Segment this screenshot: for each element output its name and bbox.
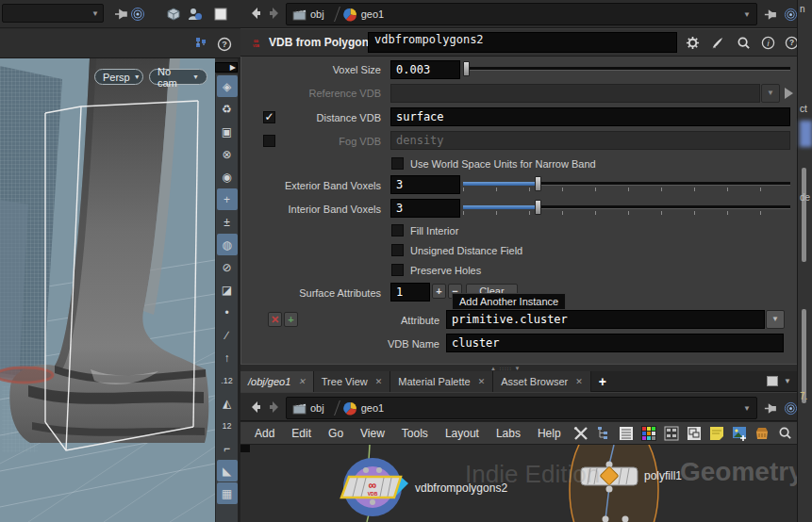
hook-display-icon[interactable]: ◈ xyxy=(217,75,238,97)
node-label-vdbfrompolygons2[interactable]: vdbfrompolygons2 xyxy=(415,481,507,495)
context-dropdown[interactable]: ▼ xyxy=(2,4,104,23)
sticky-note-icon[interactable] xyxy=(709,425,725,441)
forward-arrow-icon[interactable] xyxy=(267,400,282,415)
surface-attribs-count-field[interactable]: 1 xyxy=(390,283,430,302)
help-icon[interactable] xyxy=(215,35,234,54)
reference-vdb-field[interactable] xyxy=(390,84,760,103)
forward-arrow-icon[interactable] xyxy=(267,6,282,21)
camera-binding-pill[interactable]: No cam ▼ xyxy=(149,69,207,85)
headlight-icon[interactable]: ◉ xyxy=(217,166,238,188)
back-arrow-icon[interactable] xyxy=(248,400,263,415)
close-icon[interactable]: ✕ xyxy=(375,377,383,386)
shadows-icon[interactable]: ◍ xyxy=(217,234,238,255)
attribute-dropdown[interactable]: ▼ xyxy=(766,310,785,329)
scrollbar-thumb[interactable] xyxy=(802,168,806,262)
menu-add[interactable]: Add xyxy=(246,427,283,440)
menu-go[interactable]: Go xyxy=(320,427,352,440)
blank-shelf-icon[interactable] xyxy=(211,5,230,24)
world-space-checkbox[interactable]: ✓ xyxy=(391,157,404,170)
chooser-arrow-icon[interactable] xyxy=(785,88,793,99)
unsigned-df-checkbox[interactable]: ✓ xyxy=(391,244,404,256)
close-icon[interactable]: ✕ xyxy=(478,377,486,386)
menu-labs[interactable]: Labs xyxy=(488,427,529,440)
scrollbar-thumb[interactable] xyxy=(802,309,806,403)
list-view-icon[interactable] xyxy=(619,425,635,441)
pane-maximize-icon[interactable] xyxy=(767,376,778,386)
close-icon[interactable]: ✕ xyxy=(575,377,583,386)
info-icon[interactable] xyxy=(759,34,776,51)
group-list-icon[interactable]: ⌐ xyxy=(217,437,238,459)
attribute-field[interactable]: primitive.cluster xyxy=(446,310,765,329)
high-quality-lighting-icon[interactable]: ± xyxy=(217,211,238,233)
chevron-down-icon[interactable]: ▼ xyxy=(743,404,751,413)
tab-asset-browser[interactable]: Asset Browser ✕ xyxy=(493,371,590,392)
color-palette-icon[interactable] xyxy=(641,425,657,441)
brush-icon[interactable] xyxy=(709,34,726,51)
camera-menu-pill[interactable]: Persp ▼ xyxy=(94,69,143,85)
points-display-icon[interactable]: • xyxy=(217,302,238,323)
point-trails-icon[interactable]: ↑ xyxy=(217,347,238,368)
distance-vdb-field[interactable]: surface xyxy=(390,107,790,126)
point-normals-icon[interactable]: ∕ xyxy=(217,324,238,346)
display-options-icon[interactable]: ◣ xyxy=(217,460,238,481)
link-group-icon[interactable] xyxy=(128,5,147,24)
pin-pane-icon[interactable] xyxy=(761,400,778,416)
prim-normals-icon[interactable]: ◭ xyxy=(217,392,238,414)
breadcrumb-obj[interactable]: obj xyxy=(292,8,324,22)
search-icon[interactable] xyxy=(777,425,793,441)
breadcrumb-obj[interactable]: obj xyxy=(292,401,324,416)
grid-layout-icon[interactable] xyxy=(664,425,680,441)
chevron-down-icon[interactable]: ▼ xyxy=(784,377,791,385)
breadcrumb-geo1[interactable]: geo1 xyxy=(343,401,384,416)
search-icon[interactable] xyxy=(735,34,752,51)
breadcrumb-geo1[interactable]: geo1 xyxy=(343,8,384,22)
no-lighting-icon[interactable]: ⊗ xyxy=(217,143,238,165)
voxel-size-slider[interactable] xyxy=(463,61,790,76)
hidden-line-icon[interactable]: ⊘ xyxy=(217,256,238,278)
fill-interior-checkbox[interactable]: ✓ xyxy=(391,224,404,237)
pane-splitter[interactable]: ▲ ::::: ▼ xyxy=(240,364,797,371)
ghost-objects-icon[interactable]: ◪ xyxy=(217,279,238,301)
gear-icon[interactable] xyxy=(684,34,701,51)
exterior-band-field[interactable]: 3 xyxy=(390,175,460,194)
instance-delete-button[interactable]: ✕ xyxy=(268,312,282,327)
breadcrumb[interactable]: obj geo1 ▼ xyxy=(286,3,757,25)
background-image-icon[interactable] xyxy=(732,425,748,441)
exterior-band-slider[interactable] xyxy=(463,176,790,191)
pane-layout-icon[interactable] xyxy=(191,35,210,54)
tab-material-palette[interactable]: Material Palette ✕ xyxy=(390,371,493,392)
instance-insert-button[interactable]: + xyxy=(284,312,298,327)
preserve-holes-checkbox[interactable]: ✓ xyxy=(391,264,404,276)
pin-pane-icon[interactable] xyxy=(761,6,778,23)
node-name-field[interactable]: vdbfrompolygons2 xyxy=(368,32,677,53)
interior-band-field[interactable]: 3 xyxy=(390,199,460,218)
menu-edit[interactable]: Edit xyxy=(283,427,320,440)
multiparm-plus-button[interactable]: + xyxy=(432,284,446,299)
new-tab-button[interactable]: + xyxy=(591,371,614,391)
asset-basket-icon[interactable] xyxy=(754,425,771,441)
tree-view-icon[interactable] xyxy=(596,425,612,441)
voxel-size-field[interactable]: 0.003 xyxy=(390,60,460,79)
vdb-name-field[interactable]: cluster xyxy=(446,334,784,352)
snapshot-icon[interactable]: ▦ xyxy=(217,482,238,504)
menu-help[interactable]: Help xyxy=(529,427,570,440)
tab-tree-view[interactable]: Tree View ✕ xyxy=(314,371,390,392)
node-label-polyfill1[interactable]: polyfill1 xyxy=(644,469,682,482)
chevron-down-icon[interactable]: ▼ xyxy=(743,10,751,19)
point-numbers-icon[interactable]: .12 xyxy=(217,369,238,391)
character-mode-icon[interactable] xyxy=(186,5,205,24)
lock-camera-icon[interactable]: ▣ xyxy=(217,121,238,142)
breadcrumb[interactable]: obj geo1 ▼ xyxy=(286,397,757,419)
tools-wrench-icon[interactable] xyxy=(573,425,589,441)
reference-vdb-dropdown[interactable]: ▼ xyxy=(761,84,780,103)
normal-lighting-icon[interactable]: + xyxy=(217,188,238,210)
pin-pane-icon[interactable] xyxy=(111,5,130,24)
object-mode-icon[interactable] xyxy=(164,5,183,24)
scene-viewport[interactable]: Persp ▼ No cam ▼ xyxy=(0,58,215,522)
menu-tools[interactable]: Tools xyxy=(393,427,437,440)
fog-vdb-field[interactable]: density xyxy=(390,131,790,150)
menu-view[interactable]: View xyxy=(352,427,393,440)
prim-numbers-icon[interactable]: 12 xyxy=(217,415,238,436)
network-editor[interactable]: Indie Edition Geometry ∞ VDB xyxy=(240,445,797,522)
menu-layout[interactable]: Layout xyxy=(437,427,488,440)
